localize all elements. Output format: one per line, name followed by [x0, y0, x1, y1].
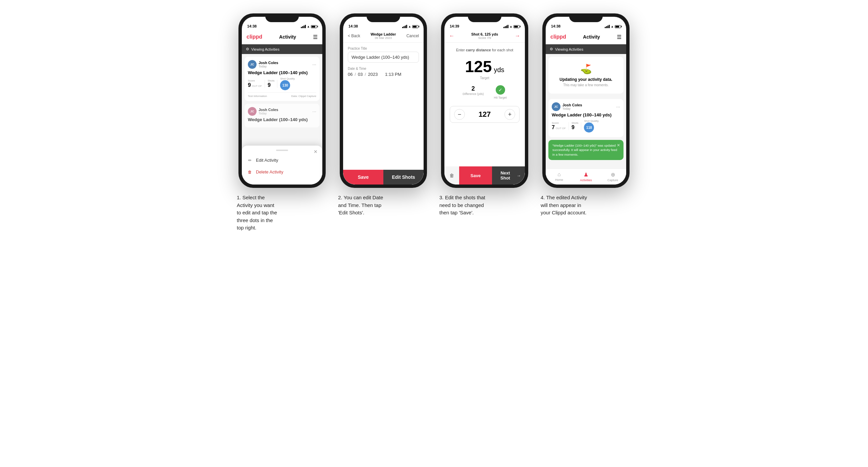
updating-box: ⛳ Updating your activity data. This may …: [548, 57, 623, 94]
card-header-2: JC Josh Coles Today ···: [248, 107, 316, 116]
avatar-2: JC: [248, 107, 256, 116]
updating-subtitle: This may take a few moments.: [563, 83, 609, 87]
logo-1: clippd: [247, 34, 262, 40]
footer-right-1: Data: Clippd Capture: [291, 95, 316, 98]
battery-icon-3: [514, 25, 520, 28]
practice-title-input[interactable]: [348, 52, 419, 63]
edit-icon: ✏: [247, 158, 253, 163]
difference-val: 2: [463, 85, 484, 92]
date-year[interactable]: 2023: [368, 72, 378, 77]
user-name-4: Josh Coles: [562, 103, 582, 107]
wifi-icon-2: ▲: [408, 25, 411, 28]
golf-flag-icon: ⛳: [580, 63, 592, 74]
avatar-4: JC: [552, 102, 560, 111]
activities-icon: ♟: [584, 172, 588, 178]
edit-label: Edit Activity: [256, 158, 278, 163]
user-date-2: Today: [258, 112, 278, 115]
sheet-handle: [276, 150, 288, 151]
menu-icon-4[interactable]: ☰: [617, 34, 621, 40]
viewing-bar-1: ⚙ Viewing Activities: [242, 44, 322, 54]
shot-target-label: Target: [480, 76, 489, 80]
bottom-nav-capture[interactable]: ⊕ Capture: [599, 169, 626, 185]
phone-3-container: 14:39 ▲: [439, 13, 530, 217]
close-icon-1[interactable]: ✕: [314, 149, 318, 154]
toast-message: "Wedge Ladder (100–140 yds)" was updated…: [552, 144, 617, 156]
footer-left-1: Test Information: [248, 95, 267, 98]
shot-unit: yds: [494, 66, 504, 74]
signal-icon-4: [605, 25, 610, 28]
logo-4: clippd: [550, 34, 566, 40]
user-date-1: Today: [258, 65, 278, 68]
card-header-1: JC Josh Coles Today ···: [248, 60, 316, 69]
menu-icon-1[interactable]: ☰: [313, 34, 318, 40]
bottom-nav-4: ⌂ Home ♟ Activities ⊕ Capture: [546, 168, 626, 185]
bottom-nav-activities[interactable]: ♟ Activities: [572, 169, 599, 185]
shot-minus-btn[interactable]: −: [454, 109, 465, 120]
phone-4-notch: [569, 13, 603, 22]
phone-2-container: 14:38 ▲: [338, 13, 429, 217]
user-date-4: Today: [562, 107, 582, 111]
shot-prev-btn[interactable]: ←: [449, 33, 455, 39]
nav-title-2: Wedge Ladder: [371, 32, 396, 36]
shot-score: Score 7/9: [471, 36, 498, 39]
dots-btn-1[interactable]: ···: [312, 62, 316, 67]
next-shot-btn[interactable]: Next Shot →: [492, 166, 525, 185]
shot-next-nav-btn[interactable]: →: [515, 33, 520, 39]
header-title-1: Activity: [279, 34, 296, 39]
shot-value-display[interactable]: 127: [468, 110, 501, 119]
delete-shot-btn[interactable]: 🗑: [444, 166, 459, 185]
shot-plus-btn[interactable]: +: [504, 109, 515, 120]
phone-2-screen: 14:38 ▲: [343, 17, 424, 185]
desc-3: 3. Edit the shots that need to be change…: [439, 194, 530, 217]
shot-header-title: Shot 6, 125 yds: [471, 32, 498, 36]
phone-4-container: 14:38 ▲ cli: [541, 13, 631, 217]
form-section-2: Practice Title Date & Time 06 / 03 / 202…: [343, 42, 424, 170]
shot-quality-badge-1: 130: [280, 80, 290, 90]
activity-card-1: JC Josh Coles Today ··· Wedge Ladder (10…: [245, 57, 320, 101]
card-title-1: Wedge Ladder (100–140 yds): [248, 70, 316, 75]
card-user-2: JC Josh Coles Today: [248, 107, 278, 116]
date-sep-1: /: [354, 72, 356, 77]
cancel-btn-2[interactable]: Cancel: [406, 34, 419, 38]
activity-card-4: JC Josh Coles Today ··· Wedge Ladder (10…: [548, 99, 623, 137]
signal-icon-1: [301, 25, 306, 28]
dots-btn-4[interactable]: ···: [616, 104, 620, 110]
home-label: Home: [555, 178, 563, 182]
phone-4-screen: 14:38 ▲ cli: [546, 17, 626, 185]
shot-quality-badge-4: 118: [584, 122, 594, 132]
screen3-body: ← Shot 6, 125 yds Score 7/9 → Enter carr…: [444, 30, 525, 185]
hit-target-label: Hit Target: [494, 96, 507, 99]
date-day[interactable]: 06: [348, 72, 352, 77]
capture-icon: ⊕: [611, 172, 615, 178]
edit-activity-item[interactable]: ✏ Edit Activity: [247, 154, 317, 166]
stats-row-1: Score 9 OUT OF Shots 9: [248, 77, 316, 90]
phone-1-screen: 14:38 ▲: [242, 17, 322, 185]
save-btn-2[interactable]: Save: [343, 170, 383, 185]
phones-row: 14:38 ▲: [237, 13, 631, 232]
shot-bottom: 🗑 Save Next Shot →: [444, 166, 525, 185]
back-btn-2[interactable]: < Back: [348, 34, 360, 38]
wifi-icon-4: ▲: [611, 25, 614, 28]
bottom-nav-home[interactable]: ⌂ Home: [546, 169, 572, 185]
card-title-2: Wedge Ladder (100–140 yds): [248, 117, 316, 122]
capture-label: Capture: [608, 179, 618, 182]
phone-3-screen: 14:39 ▲: [444, 17, 525, 185]
bottom-actions-2: Save Edit Shots: [343, 170, 424, 185]
time-value[interactable]: 1:13 PM: [385, 72, 401, 77]
phone-3: 14:39 ▲: [441, 13, 528, 188]
delete-activity-item[interactable]: 🗑 Delete Activity: [247, 166, 317, 178]
shots-val-4: 9: [571, 124, 578, 130]
nav-bar-2: < Back Wedge Ladder 06 Mar 2023 Cancel: [343, 30, 424, 42]
card-footer-1: Test Information Data: Clippd Capture: [248, 92, 316, 98]
save-shot-btn[interactable]: Save: [459, 166, 492, 185]
screen2-body: < Back Wedge Ladder 06 Mar 2023 Cancel P…: [343, 30, 424, 185]
shot-content: Enter carry distance for each shot 125 y…: [444, 42, 525, 166]
edit-shots-btn[interactable]: Edit Shots: [383, 170, 424, 185]
status-icons-1: ▲: [301, 25, 317, 28]
date-month[interactable]: 03: [358, 72, 363, 77]
date-time-label: Date & Time: [348, 67, 419, 70]
dots-btn-2[interactable]: ···: [312, 109, 316, 114]
shot-instruction: Enter carry distance for each shot: [456, 48, 514, 52]
stats-row-4: Score 7 OUT OF Shots 9: [552, 119, 620, 132]
toast-close-btn[interactable]: ✕: [617, 143, 620, 148]
